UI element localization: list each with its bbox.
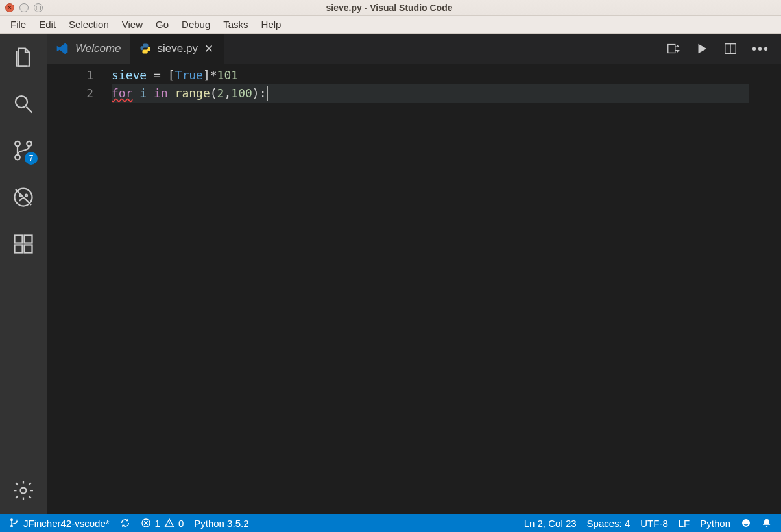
search-icon <box>12 92 35 115</box>
status-interpreter[interactable]: Python 3.5.2 <box>194 518 248 529</box>
svg-point-20 <box>747 522 748 523</box>
menu-file[interactable]: File <box>4 19 32 30</box>
gear-icon <box>12 479 35 502</box>
tab-actions: ••• <box>666 34 781 64</box>
editor-region: Welcome sieve.py ✕ ••• 1 2 <box>47 34 781 514</box>
svg-rect-9 <box>15 245 23 253</box>
vscode-icon <box>56 42 69 55</box>
tab-sieve-label: sieve.py <box>158 42 198 55</box>
activity-search[interactable] <box>0 80 47 127</box>
statusbar: JFincher42-vscode* 1 0 Python 3.5.2 Ln 2… <box>0 514 781 532</box>
status-encoding-label: UTF-8 <box>640 518 668 529</box>
menu-debug[interactable]: Debug <box>175 19 217 30</box>
svg-point-11 <box>21 488 27 494</box>
activity-scm[interactable]: 7 <box>0 127 47 174</box>
svg-point-16 <box>16 520 18 522</box>
status-eol[interactable]: LF <box>679 518 690 529</box>
status-errors-count: 1 <box>155 518 160 529</box>
status-position[interactable]: Ln 2, Col 23 <box>524 518 577 529</box>
tab-welcome[interactable]: Welcome <box>47 34 130 64</box>
activity-settings[interactable] <box>0 467 47 514</box>
menu-selection[interactable]: Selection <box>62 19 115 30</box>
svg-point-2 <box>15 155 20 160</box>
tabbar: Welcome sieve.py ✕ ••• <box>47 34 781 64</box>
diff-icon[interactable] <box>666 42 680 56</box>
status-language-label: Python <box>700 518 730 529</box>
menu-edit[interactable]: Edit <box>32 19 62 30</box>
svg-rect-12 <box>668 45 675 53</box>
split-editor-icon[interactable] <box>723 42 738 56</box>
window-titlebar: ✕ – ▢ sieve.py - Visual Studio Code <box>0 0 781 16</box>
svg-rect-7 <box>15 236 23 243</box>
svg-point-0 <box>16 96 27 108</box>
menu-tasks[interactable]: Tasks <box>217 19 254 30</box>
status-eol-label: LF <box>679 518 690 529</box>
svg-point-15 <box>11 525 13 527</box>
status-indent[interactable]: Spaces: 4 <box>587 518 631 529</box>
svg-point-6 <box>25 195 27 197</box>
menubar: File Edit Selection View Go Debug Tasks … <box>0 16 781 34</box>
svg-point-19 <box>744 522 745 523</box>
gutter: 1 2 <box>47 64 112 514</box>
tab-welcome-label: Welcome <box>75 42 121 55</box>
status-language[interactable]: Python <box>700 518 730 529</box>
git-branch-icon <box>9 518 19 528</box>
status-interpreter-label: Python 3.5.2 <box>194 518 248 529</box>
main-area: 7 Welcome <box>0 34 781 514</box>
run-icon[interactable] <box>695 42 709 56</box>
activity-extensions[interactable] <box>0 221 47 267</box>
status-encoding[interactable]: UTF-8 <box>640 518 668 529</box>
sync-icon <box>120 518 130 528</box>
window-close-button[interactable]: ✕ <box>5 3 14 12</box>
status-feedback[interactable] <box>741 518 751 528</box>
status-problems[interactable]: 1 0 <box>141 518 184 529</box>
status-sync[interactable] <box>120 518 130 528</box>
tab-sieve[interactable]: sieve.py ✕ <box>130 34 224 64</box>
status-position-label: Ln 2, Col 23 <box>524 518 577 529</box>
svg-rect-8 <box>25 236 32 243</box>
menu-help[interactable]: Help <box>255 19 288 30</box>
files-icon <box>12 45 35 69</box>
warning-icon <box>164 518 174 528</box>
window-maximize-button[interactable]: ▢ <box>34 3 43 12</box>
code-editor[interactable]: 1 2 sieve = [True]*101 for i in range(2,… <box>47 64 781 514</box>
svg-rect-10 <box>25 245 32 253</box>
window-controls: ✕ – ▢ <box>0 3 43 12</box>
debug-icon <box>12 186 35 209</box>
window-minimize-button[interactable]: – <box>19 3 29 12</box>
status-branch-label: JFincher42-vscode* <box>23 518 110 529</box>
window-title: sieve.py - Visual Studio Code <box>43 3 736 13</box>
menu-go[interactable]: Go <box>149 19 175 30</box>
status-notifications[interactable] <box>762 518 772 528</box>
extensions-icon <box>12 232 35 256</box>
status-warnings-count: 0 <box>178 518 184 529</box>
menu-view[interactable]: View <box>115 19 149 30</box>
text-cursor <box>267 86 268 101</box>
python-icon <box>139 43 151 54</box>
line-number: 1 <box>47 66 93 84</box>
bell-icon <box>762 518 772 528</box>
smiley-icon <box>741 518 751 528</box>
scm-badge: 7 <box>25 152 38 165</box>
overview-ruler[interactable] <box>768 64 781 514</box>
status-indent-label: Spaces: 4 <box>587 518 631 529</box>
activity-explorer[interactable] <box>0 34 47 80</box>
activitybar: 7 <box>0 34 47 514</box>
activity-debug[interactable] <box>0 174 47 221</box>
more-actions-icon[interactable]: ••• <box>752 42 769 56</box>
svg-point-1 <box>15 141 20 147</box>
line-number: 2 <box>47 84 93 103</box>
svg-point-3 <box>27 141 32 147</box>
code-line-1[interactable]: sieve = [True]*101 <box>112 66 768 84</box>
code-line-2[interactable]: for i in range(2,100): <box>112 84 768 103</box>
tab-close-icon[interactable]: ✕ <box>204 42 215 56</box>
error-icon <box>141 518 151 528</box>
status-branch[interactable]: JFincher42-vscode* <box>9 518 110 529</box>
code-lines[interactable]: sieve = [True]*101 for i in range(2,100)… <box>112 64 768 514</box>
svg-point-14 <box>11 519 13 521</box>
svg-point-18 <box>742 519 750 527</box>
